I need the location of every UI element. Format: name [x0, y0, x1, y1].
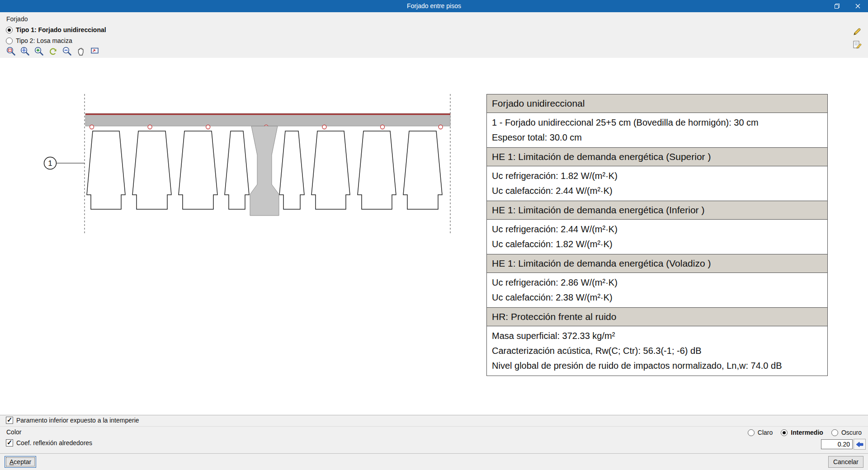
zoom-in-icon: [34, 46, 44, 56]
radio-icon: [781, 429, 788, 436]
zoom-window-icon: [6, 46, 16, 56]
radio-icon: [748, 429, 755, 436]
table-line: Uc calefacción: 2.44 W/(m²·K): [492, 183, 822, 198]
floor-type-options: Tipo 1: Forjado unidireccionalTipo 2: Lo…: [6, 24, 106, 46]
zoom-previous-button[interactable]: [61, 46, 73, 57]
rebar-circle: [90, 125, 94, 129]
bovedilla-block: [87, 131, 125, 209]
callout-label: 1: [48, 159, 52, 168]
fit-view-button[interactable]: [90, 46, 101, 57]
reflection-input[interactable]: [821, 439, 853, 449]
table-line: Nivel global de presión de ruido de impa…: [492, 358, 822, 373]
rebar-circle: [322, 125, 326, 129]
exposure-row: Paramento inferior expuesto a la intempe…: [0, 416, 868, 427]
table-line: Uc refrigeración: 2.44 W/(m²·K): [492, 222, 822, 237]
floor-type-option-1[interactable]: Tipo 1: Forjado unidireccional: [6, 24, 106, 35]
fit-view-icon: [90, 46, 100, 56]
rebar-circle: [206, 125, 210, 129]
restore-icon: [834, 3, 840, 9]
cancel-button[interactable]: Cancelar: [828, 456, 863, 468]
zoom-extents-button[interactable]: [19, 46, 31, 57]
table-section-header: HE 1: Limitación de demanda energética (…: [487, 254, 827, 273]
redraw-button[interactable]: [47, 46, 59, 57]
radio-label: Tipo 1: Forjado unidireccional: [16, 26, 106, 33]
table-section-header: Forjado unidireccional: [487, 94, 827, 113]
pan-button[interactable]: [75, 46, 87, 57]
table-section-body: Uc refrigeración: 2.44 W/(m²·K)Uc calefa…: [487, 220, 827, 254]
bovedilla-block: [311, 131, 350, 209]
table-section-body: Masa superficial: 372.33 kg/m²Caracteriz…: [487, 326, 827, 376]
bovedilla-block: [179, 131, 217, 209]
radio-label: Oscuro: [841, 429, 862, 436]
redraw-icon: [48, 46, 58, 56]
zoom-toolbar: [5, 46, 101, 57]
exposure-checkbox[interactable]: Paramento inferior expuesto a la intempe…: [6, 417, 139, 424]
bovedilla-block: [279, 131, 304, 209]
zoom-previous-icon: [62, 46, 72, 56]
floor-type-option-2[interactable]: Tipo 2: Losa maciza: [6, 35, 106, 46]
bovedilla-block: [403, 131, 442, 209]
pencil-icon: [852, 27, 862, 37]
radio-icon: [6, 38, 13, 44]
color-row: Color ClaroIntermedioOscuro: [0, 427, 868, 438]
color-options: ClaroIntermedioOscuro: [748, 427, 862, 438]
pencil-paper-icon: [852, 40, 862, 50]
table-line: Uc calefacción: 2.38 W/(m²·K): [492, 290, 822, 305]
default-value-button[interactable]: [854, 439, 866, 450]
zoom-in-button[interactable]: [33, 46, 45, 57]
radio-label: Claro: [758, 429, 773, 436]
table-section-header: HE 1: Limitación de demanda energética (…: [487, 148, 827, 166]
edit-buttons: [851, 26, 863, 51]
top-panel: Forjado Tipo 1: Forjado unidireccionalTi…: [0, 12, 868, 58]
table-section-header: HE 1: Limitación de demanda energética (…: [487, 201, 827, 220]
checkbox-icon: [6, 417, 13, 424]
restore-button[interactable]: [826, 0, 847, 12]
drawing-canvas: 1 Forjado unidireccional1 - Forjado unid…: [0, 58, 868, 415]
edit-report-button[interactable]: [851, 39, 863, 51]
table-section-body: 1 - Forjado unidireccional 25+5 cm (Bove…: [487, 113, 827, 148]
bovedilla-block: [225, 131, 249, 209]
table-section-header: HR: Protección frente al ruido: [487, 308, 827, 326]
compression-slab: [85, 113, 450, 126]
table-line: Uc calefacción: 1.82 W/(m²·K): [492, 237, 822, 252]
table-line: Espesor total: 30.0 cm: [492, 130, 822, 145]
reflection-checkbox[interactable]: Coef. reflexión alrededores: [6, 439, 92, 446]
zoom-window-button[interactable]: [5, 46, 17, 57]
table-line: Caracterización acústica, Rw(C; Ctr): 56…: [492, 343, 822, 358]
window-title: Forjado entre pisos: [0, 0, 868, 12]
table-section-body: Uc refrigeración: 2.86 W/(m²·K)Uc calefa…: [487, 273, 827, 308]
table-line: Uc refrigeración: 1.82 W/(m²·K): [492, 169, 822, 183]
pan-icon: [76, 46, 86, 56]
color-label: Color: [6, 428, 21, 436]
color-option-oscuro[interactable]: Oscuro: [831, 427, 862, 438]
rebar-circle: [148, 125, 152, 129]
titlebar-controls: [826, 0, 868, 12]
blue-arrow-left-icon: [856, 442, 863, 447]
reflection-label: Coef. reflexión alrededores: [16, 439, 92, 446]
group-label-forjado: Forjado: [6, 15, 28, 23]
close-button[interactable]: [847, 0, 868, 12]
rebar-circle: [381, 125, 385, 129]
exposure-label: Paramento inferior expuesto a la intempe…: [16, 417, 139, 424]
zoom-extents-icon: [20, 46, 30, 56]
reflection-row: Coef. reflexión alrededores: [0, 438, 868, 451]
accept-button[interactable]: Aceptar: [5, 456, 36, 468]
table-line: 1 - Forjado unidireccional 25+5 cm (Bove…: [492, 115, 822, 130]
window-titlebar: Forjado entre pisos: [0, 0, 868, 12]
edit-button[interactable]: [851, 26, 863, 38]
joist: [250, 126, 279, 216]
bovedilla-block: [358, 131, 396, 209]
color-option-claro[interactable]: Claro: [748, 427, 773, 438]
radio-icon: [831, 429, 838, 436]
table-line: Uc refrigeración: 2.86 W/(m²·K): [492, 275, 822, 290]
checkbox-icon: [6, 439, 13, 446]
radio-icon: [6, 27, 13, 33]
footer-separator: [0, 453, 868, 454]
radio-label: Tipo 2: Losa maciza: [16, 37, 72, 44]
bovedilla-block: [132, 131, 171, 209]
radio-label: Intermedio: [791, 429, 823, 436]
rebar-circle: [439, 125, 443, 129]
close-icon: [855, 3, 861, 9]
section-drawing: 1: [0, 58, 479, 311]
color-option-intermedio[interactable]: Intermedio: [781, 427, 823, 438]
